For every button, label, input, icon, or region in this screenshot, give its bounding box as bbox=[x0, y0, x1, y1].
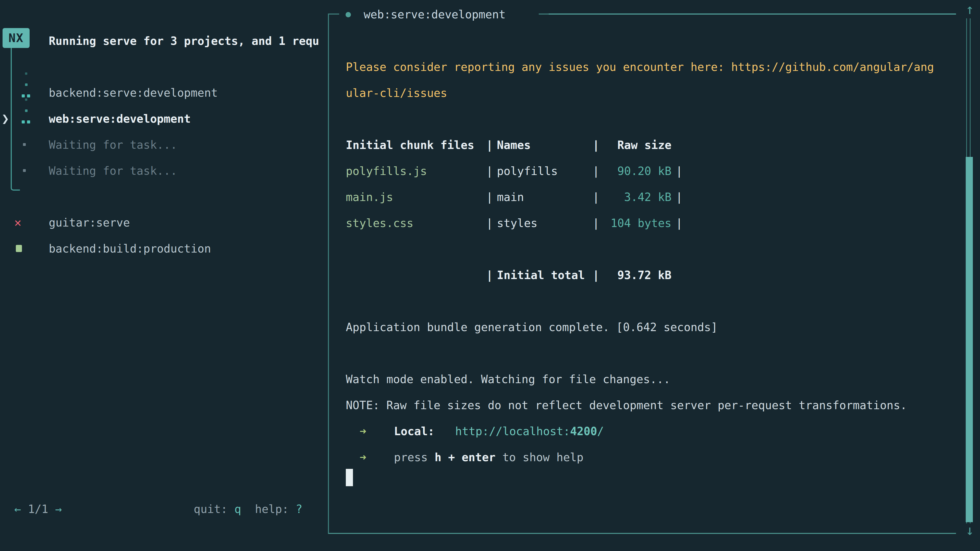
sidebar-item-waiting-task-1[interactable]: Waiting for task... bbox=[0, 132, 328, 158]
arrow-right-icon: ➜ bbox=[360, 425, 366, 438]
chunk-size: 3.42 kB bbox=[602, 191, 671, 203]
keyboard-shortcuts: quit: q help: ? bbox=[194, 502, 302, 517]
watch-mode-message: Watch mode enabled. Watching for file ch… bbox=[346, 373, 951, 386]
table-separator: | bbox=[486, 138, 493, 151]
success-square-icon bbox=[16, 245, 22, 252]
table-separator: | bbox=[676, 191, 682, 203]
chunk-size: 104 bytes bbox=[602, 217, 671, 230]
chunk-file-name: main.js bbox=[346, 191, 486, 203]
sidebar-item-waiting-task-2[interactable]: Waiting for task... bbox=[0, 158, 328, 184]
waiting-dot-icon bbox=[23, 169, 26, 172]
local-url-line: ➜ Local: http://localhost:4200/ bbox=[346, 425, 951, 438]
table-row: main.js | main | 3.42 kB | bbox=[346, 191, 951, 203]
initial-total-row: | Initial total | 93.72 kB bbox=[346, 268, 951, 282]
task-sidebar: NX Running serve for 3 projects, and 1 r… bbox=[0, 0, 328, 551]
running-status-dot-icon bbox=[345, 12, 351, 17]
arrow-right-icon: ➜ bbox=[360, 451, 366, 464]
chunk-name: styles bbox=[497, 217, 593, 230]
chunk-table-header: Initial chunk files | Names | Raw size bbox=[346, 138, 951, 151]
terminal-output: Please consider reporting any issues you… bbox=[346, 60, 951, 486]
chunk-file-name: polyfills.js bbox=[346, 165, 486, 178]
task-label: Waiting for task... bbox=[49, 138, 177, 151]
press-text: press bbox=[394, 451, 428, 464]
table-separator: | bbox=[486, 191, 493, 203]
pagination: ← 1/1 → bbox=[14, 502, 62, 517]
help-label: help: bbox=[255, 502, 289, 517]
help-hint-line: ➜ press h + enter to show help bbox=[346, 451, 951, 464]
panel-title-text: web:serve:development bbox=[364, 7, 506, 22]
page-prev-arrow-icon[interactable]: ← bbox=[14, 502, 21, 517]
page-next-arrow-icon[interactable]: → bbox=[55, 502, 62, 517]
sidebar-item-backend-build-production[interactable]: backend:build:production bbox=[0, 235, 328, 262]
table-row: polyfills.js | polyfills | 90.20 kB | bbox=[346, 165, 951, 178]
table-separator: | bbox=[486, 217, 493, 230]
sidebar-item-backend-serve-development[interactable]: backend:serve:development bbox=[0, 79, 328, 106]
task-label: guitar:serve bbox=[49, 216, 130, 229]
table-separator: | bbox=[593, 165, 600, 178]
failed-x-icon: ✕ bbox=[14, 217, 21, 228]
chunk-file-name: styles.css bbox=[346, 217, 486, 230]
terminal-cursor bbox=[346, 469, 353, 486]
nx-logo: NX bbox=[3, 28, 30, 48]
header-initial-chunk-files: Initial chunk files bbox=[346, 138, 486, 151]
quit-key: q bbox=[234, 502, 241, 517]
table-separator: | bbox=[593, 191, 600, 203]
local-label: Local: bbox=[394, 425, 434, 438]
chunk-name: main bbox=[497, 191, 593, 203]
table-separator: | bbox=[486, 268, 493, 282]
page-indicator: 1/1 bbox=[28, 502, 48, 517]
help-keys: h + enter bbox=[434, 451, 495, 464]
table-separator: | bbox=[676, 165, 682, 178]
angular-issues-notice-line1: Please consider reporting any issues you… bbox=[346, 60, 951, 73]
table-separator: | bbox=[593, 268, 600, 282]
task-label: Waiting for task... bbox=[49, 164, 177, 177]
finished-task-list: ✕ guitar:serve backend:build:production bbox=[0, 210, 328, 262]
spinner-icon bbox=[22, 98, 30, 124]
initial-total-size: 93.72 kB bbox=[602, 268, 671, 282]
initial-total-label: Initial total bbox=[497, 268, 593, 282]
task-label: backend:serve:development bbox=[49, 86, 218, 99]
help-key: ? bbox=[296, 502, 302, 517]
raw-size-note-message: NOTE: Raw file sizes do not reflect deve… bbox=[346, 399, 951, 412]
panel-title: web:serve:development bbox=[339, 7, 539, 22]
scroll-up-icon[interactable]: ↑ bbox=[962, 3, 977, 16]
task-output-panel: web:serve:development Please consider re… bbox=[328, 14, 956, 534]
running-task-list: backend:serve:development web:serve:deve… bbox=[0, 79, 328, 184]
table-separator: | bbox=[593, 138, 600, 151]
table-separator: | bbox=[486, 165, 493, 178]
sidebar-header-title: Running serve for 3 projects, and 1 requ bbox=[49, 34, 327, 48]
localhost-link[interactable]: http://localhost:4200/ bbox=[455, 425, 604, 438]
header-names: Names bbox=[497, 138, 593, 151]
table-separator: | bbox=[593, 217, 600, 230]
angular-issues-notice-line2: ular-cli/issues bbox=[346, 86, 951, 100]
scroll-down-icon[interactable]: ↓ bbox=[962, 524, 977, 537]
header-raw-size: Raw size bbox=[602, 138, 671, 151]
chunk-size: 90.20 kB bbox=[602, 165, 671, 178]
help-rest-text: to show help bbox=[502, 451, 584, 464]
bundle-complete-message: Application bundle generation complete. … bbox=[346, 321, 951, 333]
empty-cell bbox=[346, 268, 486, 282]
panel-title-rule bbox=[549, 14, 956, 14]
task-label-selected: web:serve:development bbox=[49, 112, 191, 125]
task-label: backend:build:production bbox=[49, 242, 211, 255]
sidebar-bottom-bar: ← 1/1 → quit: q help: ? bbox=[0, 502, 328, 517]
scrollbar-thumb[interactable] bbox=[966, 157, 973, 522]
quit-label: quit: bbox=[194, 502, 228, 517]
sidebar-item-web-serve-development[interactable]: web:serve:development bbox=[0, 106, 328, 132]
waiting-dot-icon bbox=[23, 143, 26, 146]
table-separator: | bbox=[676, 217, 682, 230]
chunk-name: polyfills bbox=[497, 165, 593, 178]
sidebar-item-guitar-serve[interactable]: ✕ guitar:serve bbox=[0, 210, 328, 235]
spinner-icon bbox=[22, 73, 30, 98]
table-row: styles.css | styles | 104 bytes | bbox=[346, 217, 951, 230]
